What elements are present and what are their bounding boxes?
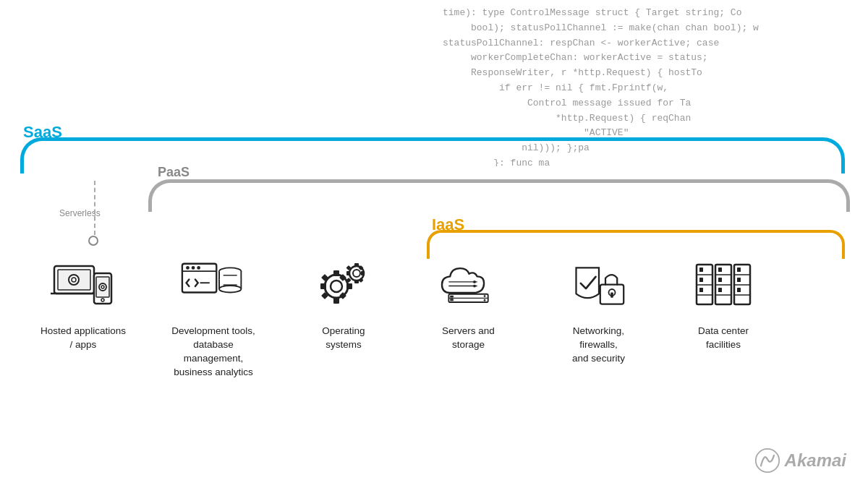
serverless-circle (88, 236, 98, 246)
svg-rect-64 (699, 267, 703, 272)
svg-point-38 (353, 270, 360, 277)
saas-arc (20, 137, 845, 174)
svg-rect-78 (737, 267, 741, 272)
datacenter-label: Data centerfacilities (698, 325, 749, 352)
svg-rect-31 (320, 283, 326, 289)
item-os: Operatingsystems (282, 257, 405, 352)
svg-rect-39 (354, 263, 359, 267)
svg-rect-30 (333, 298, 339, 304)
item-datacenter: Data centerfacilities (665, 257, 781, 352)
svg-point-13 (192, 266, 195, 270)
dev-tools-label: Development tools,databasemanagement,bus… (171, 325, 255, 380)
item-dev-tools: Development tools,databasemanagement,bus… (145, 257, 282, 380)
hosted-apps-label: Hosted applications/ apps (41, 325, 126, 352)
paas-arc (148, 179, 850, 212)
svg-point-3 (72, 278, 76, 282)
svg-point-49 (473, 281, 476, 283)
shield-lock-icon (566, 257, 631, 314)
code-db-icon (181, 257, 246, 314)
item-servers-storage: Servers andstorage (405, 257, 532, 352)
svg-rect-41 (346, 271, 350, 275)
item-networking: Networking,firewalls,and security (532, 257, 665, 366)
items-row: Hosted applications/ apps (22, 257, 781, 380)
svg-rect-66 (699, 288, 703, 292)
svg-rect-42 (361, 271, 365, 275)
gear-icon (311, 257, 376, 314)
servers-storage-label: Servers andstorage (442, 325, 495, 352)
svg-point-50 (473, 284, 476, 287)
svg-point-9 (101, 299, 104, 301)
svg-point-56 (483, 299, 485, 301)
item-hosted-apps: Hosted applications/ apps (22, 257, 145, 352)
svg-rect-73 (718, 288, 722, 292)
svg-rect-40 (354, 280, 359, 283)
svg-rect-54 (450, 299, 454, 301)
iaas-arc (427, 230, 845, 259)
akamai-logo: Akamai (754, 448, 846, 474)
svg-point-55 (483, 295, 485, 297)
svg-point-12 (186, 266, 190, 270)
serverless-dashed-line (94, 181, 95, 235)
os-label: Operatingsystems (322, 325, 365, 352)
svg-point-20 (219, 286, 241, 292)
svg-rect-80 (737, 288, 741, 292)
akamai-text: Akamai (785, 450, 846, 471)
svg-point-28 (331, 281, 342, 292)
svg-point-8 (101, 286, 104, 288)
svg-rect-29 (333, 270, 339, 276)
networking-label: Networking,firewalls,and security (572, 325, 625, 366)
svg-rect-59 (610, 292, 613, 297)
svg-rect-65 (699, 278, 703, 282)
svg-rect-79 (737, 278, 741, 282)
svg-rect-71 (718, 267, 722, 272)
cloud-storage-icon (436, 257, 501, 314)
paas-label: PaaS (158, 165, 190, 180)
svg-rect-53 (450, 295, 454, 297)
datacenter-icon (691, 257, 756, 314)
svg-point-14 (197, 266, 200, 270)
svg-rect-32 (346, 283, 352, 289)
svg-rect-72 (718, 278, 722, 282)
laptop-phone-icon (51, 257, 116, 314)
akamai-icon-svg (754, 448, 780, 474)
